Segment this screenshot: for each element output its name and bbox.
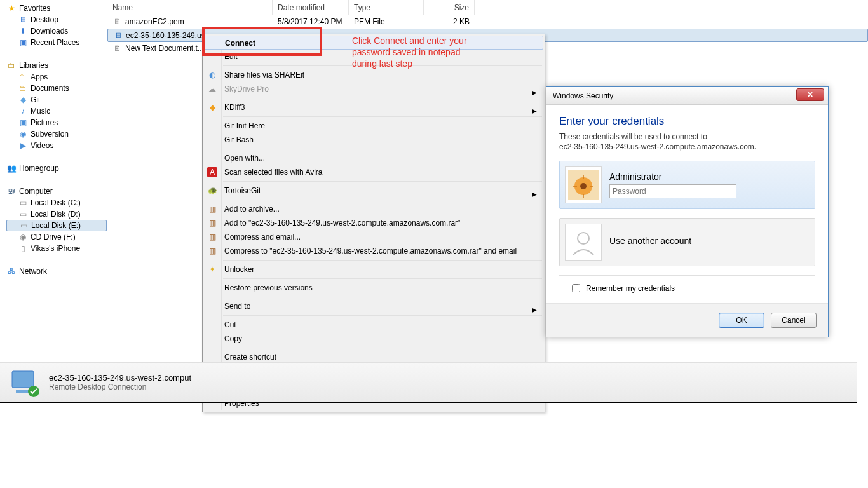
pictures-icon: ▣ bbox=[18, 118, 28, 128]
nav-item-drive-c[interactable]: ▭Local Disk (C:) bbox=[6, 197, 107, 208]
homegroup-icon: 👥 bbox=[6, 163, 17, 173]
nav-item-apps[interactable]: 🗀Apps bbox=[6, 71, 107, 83]
nav-item-subversion[interactable]: ◉Subversion bbox=[6, 128, 107, 140]
nav-item-documents[interactable]: 🗀Documents bbox=[6, 83, 107, 94]
nav-header-libraries[interactable]: 🗀Libraries bbox=[6, 60, 107, 71]
folder-icon: 🗀 bbox=[18, 72, 28, 82]
credential-admin[interactable]: Administrator bbox=[559, 161, 815, 209]
skydrive-icon: ☁ bbox=[207, 84, 217, 94]
col-header-name[interactable]: Name bbox=[107, 0, 273, 15]
status-title: ec2-35-160-135-249.us-west-2.comput bbox=[49, 373, 191, 383]
nav-header-favorites[interactable]: ★Favorites bbox=[6, 3, 107, 14]
close-button[interactable]: ✕ bbox=[796, 88, 824, 101]
desktop-icon: 🖥 bbox=[18, 15, 28, 25]
column-headers: Name Date modified Type Size bbox=[107, 0, 868, 15]
svg-rect-0 bbox=[12, 371, 34, 388]
menu-send-to[interactable]: Send to▶ bbox=[204, 299, 543, 313]
menu-git-bash[interactable]: Git Bash bbox=[204, 133, 543, 147]
nav-item-pictures[interactable]: ▣Pictures bbox=[6, 117, 107, 128]
chevron-right-icon: ▶ bbox=[532, 303, 537, 317]
folder-icon: 🗀 bbox=[18, 83, 28, 93]
chevron-right-icon: ▶ bbox=[532, 104, 537, 118]
archive-icon: ▥ bbox=[207, 232, 217, 242]
nav-item-iphone[interactable]: ▯Vikas's iPhone bbox=[6, 243, 107, 254]
computer-icon: 🖳 bbox=[6, 186, 17, 196]
nav-item-downloads[interactable]: ⬇Downloads bbox=[6, 25, 107, 37]
nav-item-music[interactable]: ♪Music bbox=[6, 105, 107, 117]
unlocker-icon: ✦ bbox=[207, 264, 217, 274]
menu-skydrive[interactable]: ☁SkyDrive Pro▶ bbox=[204, 82, 543, 96]
svg-rect-1 bbox=[16, 390, 30, 393]
avatar-blank bbox=[565, 224, 602, 261]
chevron-right-icon: ▶ bbox=[532, 187, 537, 201]
menu-tortoisegit[interactable]: 🐢TortoiseGit▶ bbox=[204, 184, 543, 198]
nav-header-homegroup[interactable]: 👥Homegroup bbox=[6, 163, 107, 174]
git-icon: ◆ bbox=[18, 95, 28, 105]
credential-another[interactable]: Use another account bbox=[559, 218, 815, 266]
ok-button[interactable]: OK bbox=[719, 313, 764, 328]
dialog-titlebar[interactable]: Windows Security ✕ bbox=[546, 87, 828, 105]
menu-restore[interactable]: Restore previous versions bbox=[204, 281, 543, 295]
col-header-date[interactable]: Date modified bbox=[273, 0, 349, 15]
menu-compress-mail[interactable]: ▥Compress and email... bbox=[204, 230, 543, 244]
col-header-type[interactable]: Type bbox=[349, 0, 424, 15]
credential-username: Administrator bbox=[609, 172, 810, 182]
nav-item-cd-drive[interactable]: ◉CD Drive (F:) bbox=[6, 231, 107, 243]
menu-unlocker[interactable]: ✦Unlocker bbox=[204, 262, 543, 276]
use-another-label: Use another account bbox=[609, 236, 810, 246]
recent-icon: ▣ bbox=[18, 37, 28, 48]
annotation-highlight-box bbox=[202, 27, 322, 56]
annotation-text: Click Connect and enter your password sa… bbox=[352, 35, 479, 69]
text-file-icon: 🗎 bbox=[112, 44, 123, 54]
close-icon: ✕ bbox=[807, 90, 813, 99]
nav-item-drive-e[interactable]: ▭Local Disk (E:) bbox=[6, 220, 107, 231]
libraries-icon: 🗀 bbox=[6, 60, 17, 71]
dialog-heading: Enter your credentials bbox=[559, 115, 815, 128]
nav-header-computer[interactable]: 🖳Computer bbox=[6, 186, 107, 197]
menu-cut[interactable]: Cut bbox=[204, 318, 543, 332]
kdiff-icon: ◆ bbox=[207, 102, 217, 112]
drive-icon: ▭ bbox=[18, 220, 29, 231]
menu-git-init[interactable]: Git Init Here bbox=[204, 119, 543, 133]
rdp-large-icon bbox=[10, 367, 40, 398]
menu-share[interactable]: ◐Share files via SHAREit bbox=[204, 68, 543, 82]
nav-item-desktop[interactable]: 🖥Desktop bbox=[6, 14, 107, 25]
col-header-size[interactable]: Size bbox=[424, 0, 475, 15]
nav-header-network[interactable]: 🖧Network bbox=[6, 266, 107, 277]
star-icon: ★ bbox=[6, 3, 17, 13]
password-input[interactable] bbox=[609, 184, 736, 198]
rdp-icon: 🖥 bbox=[113, 31, 123, 41]
videos-icon: ▶ bbox=[18, 140, 28, 151]
nav-item-recent[interactable]: ▣Recent Places bbox=[6, 37, 107, 48]
avira-icon: A bbox=[207, 167, 217, 177]
archive-icon: ▥ bbox=[207, 246, 217, 256]
menu-open-with[interactable]: Open with... bbox=[204, 151, 543, 165]
menu-compress-rar[interactable]: ▥Compress to "ec2-35-160-135-249.us-west… bbox=[204, 244, 543, 258]
menu-add-rar[interactable]: ▥Add to "ec2-35-160-135-249.us-west-2.co… bbox=[204, 216, 543, 230]
remember-label: Remember my credentials bbox=[586, 284, 675, 293]
status-bar: ec2-35-160-135-249.us-west-2.comput Remo… bbox=[0, 362, 857, 402]
network-icon: 🖧 bbox=[6, 266, 17, 276]
security-dialog: Windows Security ✕ Enter your credential… bbox=[546, 86, 829, 337]
menu-add-archive[interactable]: ▥Add to archive... bbox=[204, 202, 543, 216]
nav-item-drive-d[interactable]: ▭Local Disk (D:) bbox=[6, 208, 107, 220]
menu-kdiff[interactable]: ◆KDiff3▶ bbox=[204, 100, 543, 114]
menu-avira[interactable]: AScan selected files with Avira bbox=[204, 165, 543, 179]
window-border bbox=[0, 402, 857, 403]
cancel-button[interactable]: Cancel bbox=[771, 313, 817, 328]
cd-icon: ◉ bbox=[18, 232, 28, 242]
share-icon: ◐ bbox=[207, 70, 217, 80]
avatar bbox=[565, 166, 602, 203]
archive-icon: ▥ bbox=[207, 218, 217, 228]
context-menu: Connect Edit ◐Share files via SHAREit ☁S… bbox=[202, 34, 545, 412]
status-subtitle: Remote Desktop Connection bbox=[49, 383, 191, 391]
nav-item-videos[interactable]: ▶Videos bbox=[6, 140, 107, 151]
music-icon: ♪ bbox=[18, 106, 28, 116]
subversion-icon: ◉ bbox=[18, 129, 28, 139]
nav-item-git[interactable]: ◆Git bbox=[6, 94, 107, 105]
archive-icon: ▥ bbox=[207, 204, 217, 214]
remember-checkbox[interactable] bbox=[572, 284, 580, 292]
tortoise-icon: 🐢 bbox=[207, 186, 217, 196]
svg-point-9 bbox=[580, 183, 587, 189]
menu-copy[interactable]: Copy bbox=[204, 332, 543, 346]
